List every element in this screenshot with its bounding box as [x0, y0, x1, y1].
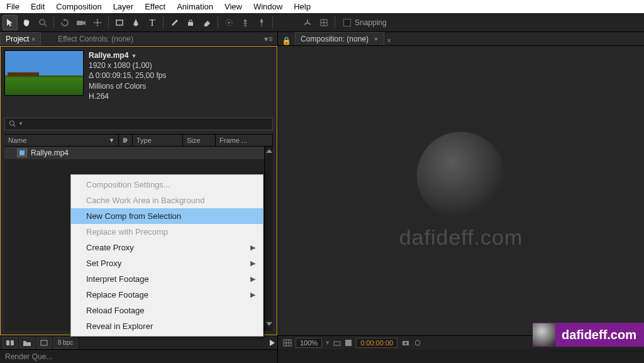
menu-view[interactable]: View: [219, 1, 248, 13]
pen-tool[interactable]: [128, 15, 143, 30]
chevron-down-icon[interactable]: ▼: [131, 53, 136, 59]
pin-tool[interactable]: [254, 15, 269, 30]
watermark-avatar: [417, 132, 505, 220]
roto-brush-tool[interactable]: [221, 15, 236, 30]
search-input[interactable]: ▼: [4, 118, 273, 130]
hand-tool[interactable]: [19, 15, 34, 30]
svg-rect-14: [11, 340, 14, 345]
svg-rect-4: [116, 20, 123, 25]
grid-tool[interactable]: [316, 15, 331, 30]
rotation-tool[interactable]: [57, 15, 72, 30]
menu-file[interactable]: File: [1, 1, 25, 13]
panel-menu-icon[interactable]: ▾≡: [262, 35, 275, 43]
grid-icon[interactable]: [283, 339, 292, 347]
ctx-create-proxy-label: Create Proxy: [86, 243, 134, 252]
watermark-text: dafideff.com: [399, 225, 523, 250]
menu-composition[interactable]: Composition: [50, 1, 107, 13]
asset-metadata: Rallye.mp4▼ 1920 x 1080 (1,00) Δ 0:00:09…: [89, 50, 166, 101]
close-icon[interactable]: ×: [31, 36, 35, 43]
banner-avatar: [533, 323, 555, 346]
tab-composition[interactable]: Composition: (none) ▼: [295, 32, 384, 45]
col-name[interactable]: Name▼: [4, 135, 119, 146]
tag-icon: [123, 137, 128, 144]
scroll-up-icon[interactable]: [266, 149, 272, 153]
tab-project[interactable]: Project ×: [0, 32, 41, 45]
type-tool[interactable]: T: [145, 15, 160, 30]
svg-rect-15: [41, 340, 47, 345]
menu-bar: File Edit Composition Layer Effect Anima…: [0, 0, 644, 13]
tool-bar: T Snapping: [0, 13, 644, 32]
rectangle-tool[interactable]: [112, 15, 127, 30]
asset-thumbnail: [4, 50, 84, 96]
ctx-cache-work-area: Cache Work Area in Background: [71, 193, 263, 208]
banner-text: dafideff.com: [562, 328, 636, 342]
tab-effect-controls[interactable]: Effect Controls: (none): [52, 32, 139, 45]
snapping-label: Snapping: [355, 18, 387, 27]
row-name: Rallye.mp4: [31, 148, 119, 157]
menu-layer[interactable]: Layer: [108, 1, 140, 13]
selection-tool[interactable]: [3, 15, 18, 30]
svg-point-20: [404, 342, 407, 344]
resolution-icon[interactable]: [333, 339, 341, 347]
lock-icon[interactable]: 🔒: [282, 36, 291, 45]
svg-rect-18: [345, 340, 352, 346]
snapping-toggle[interactable]: Snapping: [343, 18, 387, 27]
zoom-tool[interactable]: [35, 15, 50, 30]
svg-line-11: [13, 125, 15, 126]
scroll-down-icon[interactable]: [266, 322, 272, 326]
col-frame[interactable]: Frame ...: [216, 135, 273, 146]
play-icon[interactable]: [270, 340, 275, 346]
project-tabs: Project × Effect Controls: (none) ▾≡: [0, 32, 277, 46]
menu-animation[interactable]: Animation: [171, 1, 219, 13]
chevron-down-icon[interactable]: ▼: [374, 36, 379, 42]
eraser-tool[interactable]: [199, 15, 214, 30]
ctx-new-comp-from-selection[interactable]: New Comp from Selection: [71, 208, 263, 224]
snapshot-icon[interactable]: [401, 339, 410, 347]
ctx-reveal-in-explorer[interactable]: Reveal in Explorer: [71, 318, 263, 334]
close-icon[interactable]: ×: [387, 36, 391, 45]
brush-tool[interactable]: [167, 15, 182, 30]
clone-tool[interactable]: [183, 15, 198, 30]
menu-edit[interactable]: Edit: [25, 1, 50, 13]
asset-colors: Millions of Colors: [89, 81, 166, 91]
menu-help[interactable]: Help: [288, 1, 316, 13]
ctx-set-proxy[interactable]: Set Proxy▶: [71, 255, 263, 271]
bit-depth-button[interactable]: 8 bpc: [53, 337, 77, 349]
snapping-checkbox[interactable]: [343, 19, 351, 26]
svg-point-21: [415, 340, 420, 345]
table-row[interactable]: Rallye.mp4: [4, 147, 273, 159]
composition-viewer[interactable]: dafideff.com: [278, 46, 644, 335]
chevron-down-icon[interactable]: ▼: [18, 121, 23, 126]
interpret-footage-button[interactable]: [3, 337, 18, 349]
col-label[interactable]: [119, 135, 133, 146]
ctx-create-proxy[interactable]: Create Proxy▶: [71, 240, 263, 255]
menu-window[interactable]: Window: [248, 1, 288, 13]
col-size[interactable]: Size: [183, 135, 216, 146]
render-queue-tab[interactable]: Render Que...: [0, 349, 277, 363]
new-comp-button[interactable]: [36, 337, 52, 349]
new-folder-button[interactable]: [19, 337, 35, 349]
svg-rect-5: [188, 22, 193, 26]
asset-name: Rallye.mp4: [89, 51, 128, 60]
svg-point-8: [244, 20, 247, 22]
ctx-reload-footage[interactable]: Reload Footage: [71, 303, 263, 318]
axis-tool[interactable]: [300, 15, 315, 30]
ctx-interpret-footage[interactable]: Interpret Footage▶: [71, 271, 263, 287]
comp-tabs: 🔒 Composition: (none) ▼ ×: [278, 32, 644, 46]
scrollbar-vertical[interactable]: [264, 147, 273, 331]
tab-project-label: Project: [6, 35, 29, 43]
show-snapshot-icon[interactable]: [414, 339, 421, 347]
ctx-replace-with-precomp: Replace with Precomp: [71, 224, 263, 240]
col-type[interactable]: Type: [133, 135, 183, 146]
camera-tool[interactable]: [74, 15, 89, 30]
zoom-value[interactable]: 100%: [296, 338, 322, 348]
asset-dimensions: 1920 x 1080 (1,00): [89, 60, 166, 70]
menu-effect[interactable]: Effect: [139, 1, 171, 13]
puppet-tool[interactable]: [238, 15, 253, 30]
asset-duration: Δ 0:00:09:15, 25,00 fps: [89, 70, 166, 81]
timecode[interactable]: 0:00:00:00: [356, 338, 397, 348]
pan-behind-tool[interactable]: [90, 15, 105, 30]
asset-codec: H.264: [89, 91, 166, 101]
channel-icon[interactable]: [345, 339, 352, 347]
ctx-replace-footage[interactable]: Replace Footage▶: [71, 287, 263, 303]
